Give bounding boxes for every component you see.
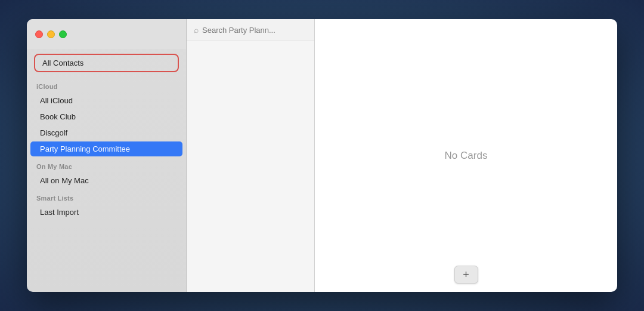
sidebar-top: [27, 19, 186, 49]
sidebar-item-all-on-my-mac[interactable]: All on My Mac: [30, 173, 182, 188]
sidebar-item-discgolf[interactable]: Discgolf: [30, 125, 182, 140]
smart-lists-section-label: Smart Lists: [27, 189, 186, 204]
maximize-button[interactable]: [59, 30, 67, 38]
close-button[interactable]: [35, 30, 43, 38]
sidebar: All Contacts iCloud All iCloud Book Club…: [27, 19, 187, 292]
sidebar-item-book-club[interactable]: Book Club: [30, 109, 182, 124]
traffic-lights: [35, 30, 67, 38]
sidebar-item-all-icloud[interactable]: All iCloud: [30, 93, 182, 108]
contact-list-pane: ⌕: [187, 19, 315, 292]
add-icon: +: [463, 269, 469, 281]
window-chrome: All Contacts iCloud All iCloud Book Club…: [27, 19, 617, 292]
contact-list-body: [187, 41, 314, 292]
detail-pane: No Cards +: [315, 19, 617, 292]
search-input[interactable]: [202, 26, 307, 35]
sidebar-item-party-planning[interactable]: Party Planning Committee: [30, 141, 182, 156]
on-my-mac-section-label: On My Mac: [27, 157, 186, 173]
main-window: All Contacts iCloud All iCloud Book Club…: [27, 19, 617, 292]
sidebar-item-last-import[interactable]: Last Import: [30, 205, 182, 220]
add-contact-button[interactable]: +: [454, 266, 478, 284]
all-contacts-label: All Contacts: [42, 58, 83, 67]
search-icon: ⌕: [194, 25, 199, 35]
search-bar: ⌕: [187, 19, 314, 41]
minimize-button[interactable]: [47, 30, 55, 38]
no-cards-label: No Cards: [445, 150, 488, 162]
all-contacts-button[interactable]: All Contacts: [34, 54, 179, 72]
icloud-section-label: iCloud: [27, 77, 186, 93]
